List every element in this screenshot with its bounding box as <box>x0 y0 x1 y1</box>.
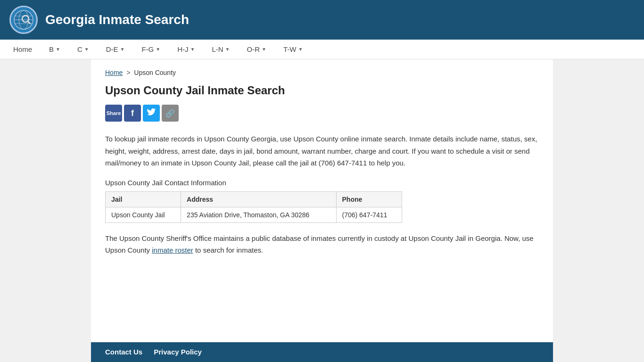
jail-phone-cell: (706) 647-7411 <box>336 207 402 222</box>
nav-item-tw[interactable]: T-W ▼ <box>275 40 311 59</box>
nav-item-c[interactable]: C ▼ <box>69 40 98 59</box>
copy-link-button[interactable]: 🔗 <box>162 105 179 122</box>
site-header: Georgia Inmate Search <box>0 0 644 40</box>
chevron-down-icon: ▼ <box>225 47 230 52</box>
chevron-down-icon: ▼ <box>156 47 160 52</box>
contact-info-label: Upson County Jail Contact Information <box>105 179 539 187</box>
breadcrumb-separator: > <box>126 69 130 76</box>
nav-item-ln[interactable]: L-N ▼ <box>203 40 238 59</box>
table-header-phone: Phone <box>336 191 402 207</box>
site-title: Georgia Inmate Search <box>45 12 189 27</box>
chevron-down-icon: ▼ <box>262 47 266 52</box>
social-share-buttons: Share f 🔗 <box>105 105 539 122</box>
navigation-bar: Home B ▼ C ▼ D-E ▼ F-G ▼ H-J ▼ L-N ▼ O-R… <box>0 40 644 59</box>
facebook-button[interactable]: f <box>124 105 141 122</box>
page-title: Upson County Jail Inmate Search <box>105 84 539 97</box>
table-header-jail: Jail <box>106 191 181 207</box>
footer-description: The Upson County Sheriff's Office mainta… <box>105 232 539 256</box>
table-row: Upson County Jail 235 Aviation Drive, Th… <box>106 207 402 222</box>
description-text: To lookup jail inmate records in Upson C… <box>105 133 539 169</box>
inmate-roster-link[interactable]: inmate roster <box>152 246 193 254</box>
table-header-address: Address <box>181 191 336 207</box>
nav-item-de[interactable]: D-E ▼ <box>98 40 133 59</box>
site-footer: Contact Us Privacy Policy <box>91 342 553 362</box>
nav-item-fg[interactable]: F-G ▼ <box>133 40 169 59</box>
contact-us-link[interactable]: Contact Us <box>105 348 142 356</box>
jail-name-cell: Upson County Jail <box>106 207 181 222</box>
nav-item-b[interactable]: B ▼ <box>41 40 69 59</box>
chevron-down-icon: ▼ <box>120 47 125 52</box>
twitter-button[interactable] <box>143 105 160 122</box>
breadcrumb-home-link[interactable]: Home <box>105 69 123 76</box>
chevron-down-icon: ▼ <box>84 47 89 52</box>
footer-text-after: to search for inmates. <box>193 246 263 254</box>
chevron-down-icon: ▼ <box>190 47 195 52</box>
share-button[interactable]: Share <box>105 105 122 122</box>
nav-item-hj[interactable]: H-J ▼ <box>169 40 203 59</box>
nav-item-or[interactable]: O-R ▼ <box>238 40 274 59</box>
breadcrumb-current: Upson County <box>134 69 176 76</box>
chevron-down-icon: ▼ <box>56 47 60 52</box>
chevron-down-icon: ▼ <box>298 47 303 52</box>
main-content: Home > Upson County Upson County Jail In… <box>91 59 553 342</box>
jail-contact-table: Jail Address Phone Upson County Jail 235… <box>105 191 402 223</box>
nav-item-home[interactable]: Home <box>5 40 41 59</box>
breadcrumb: Home > Upson County <box>105 69 539 76</box>
jail-address-cell: 235 Aviation Drive, Thomaston, GA 30286 <box>181 207 336 222</box>
privacy-policy-link[interactable]: Privacy Policy <box>154 348 202 356</box>
site-logo <box>9 6 38 34</box>
